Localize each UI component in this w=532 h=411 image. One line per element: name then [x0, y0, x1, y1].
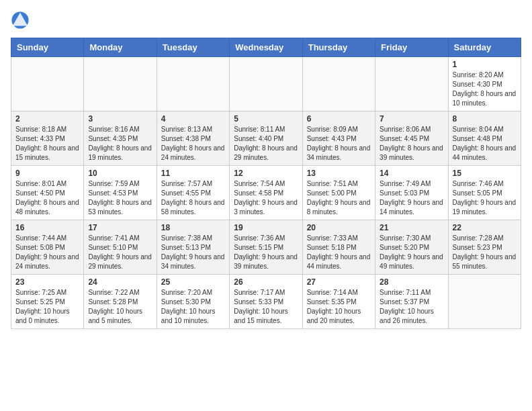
- day-info: Sunrise: 7:17 AM Sunset: 5:33 PM Dayligh…: [234, 288, 298, 326]
- day-info: Sunrise: 7:20 AM Sunset: 5:30 PM Dayligh…: [161, 288, 225, 326]
- calendar-cell: 4Sunrise: 8:13 AM Sunset: 4:38 PM Daylig…: [157, 111, 229, 166]
- day-number: 7: [380, 114, 443, 124]
- day-info: Sunrise: 7:54 AM Sunset: 4:58 PM Dayligh…: [234, 179, 298, 217]
- day-number: 25: [161, 277, 225, 287]
- calendar-cell: 19Sunrise: 7:36 AM Sunset: 5:15 PM Dayli…: [230, 220, 302, 275]
- calendar-cell: [230, 57, 302, 111]
- calendar-cell: 12Sunrise: 7:54 AM Sunset: 4:58 PM Dayli…: [230, 166, 302, 220]
- calendar-cell: 2Sunrise: 8:18 AM Sunset: 4:33 PM Daylig…: [11, 111, 84, 166]
- day-number: 6: [307, 114, 371, 124]
- day-number: 12: [234, 169, 298, 178]
- day-info: Sunrise: 7:44 AM Sunset: 5:08 PM Dayligh…: [15, 234, 79, 271]
- day-number: 5: [234, 114, 298, 124]
- logo-icon: [11, 11, 30, 30]
- calendar-cell: 24Sunrise: 7:22 AM Sunset: 5:28 PM Dayli…: [84, 275, 157, 329]
- day-info: Sunrise: 8:16 AM Sunset: 4:35 PM Dayligh…: [88, 125, 152, 163]
- calendar-cell: [302, 57, 375, 111]
- day-info: Sunrise: 7:51 AM Sunset: 5:00 PM Dayligh…: [307, 179, 371, 217]
- calendar-cell: 11Sunrise: 7:57 AM Sunset: 4:55 PM Dayli…: [157, 166, 229, 220]
- day-info: Sunrise: 7:11 AM Sunset: 5:37 PM Dayligh…: [380, 288, 443, 326]
- day-info: Sunrise: 7:49 AM Sunset: 5:03 PM Dayligh…: [380, 179, 443, 217]
- calendar-cell: 6Sunrise: 8:09 AM Sunset: 4:43 PM Daylig…: [302, 111, 375, 166]
- day-info: Sunrise: 7:22 AM Sunset: 5:28 PM Dayligh…: [88, 288, 152, 326]
- calendar-cell: [157, 57, 229, 111]
- day-number: 13: [307, 169, 371, 178]
- day-number: 2: [15, 114, 79, 124]
- calendar-week-row: 9Sunrise: 8:01 AM Sunset: 4:50 PM Daylig…: [11, 166, 521, 220]
- day-info: Sunrise: 8:01 AM Sunset: 4:50 PM Dayligh…: [15, 179, 79, 217]
- calendar-header-sunday: Sunday: [11, 38, 84, 57]
- day-info: Sunrise: 7:30 AM Sunset: 5:20 PM Dayligh…: [380, 234, 443, 271]
- calendar-cell: 8Sunrise: 8:04 AM Sunset: 4:48 PM Daylig…: [448, 111, 521, 166]
- day-number: 3: [88, 114, 152, 124]
- day-number: 19: [234, 223, 298, 232]
- day-number: 14: [380, 169, 443, 178]
- calendar-cell: 28Sunrise: 7:11 AM Sunset: 5:37 PM Dayli…: [375, 275, 448, 329]
- day-number: 8: [453, 114, 517, 124]
- day-info: Sunrise: 7:14 AM Sunset: 5:35 PM Dayligh…: [307, 288, 371, 326]
- logo: [11, 11, 31, 30]
- day-info: Sunrise: 7:46 AM Sunset: 5:05 PM Dayligh…: [453, 179, 517, 217]
- calendar-cell: 21Sunrise: 7:30 AM Sunset: 5:20 PM Dayli…: [375, 220, 448, 275]
- day-number: 16: [15, 223, 79, 232]
- day-number: 27: [307, 277, 371, 287]
- calendar-cell: [375, 57, 448, 111]
- calendar-cell: 9Sunrise: 8:01 AM Sunset: 4:50 PM Daylig…: [11, 166, 84, 220]
- calendar-week-row: 23Sunrise: 7:25 AM Sunset: 5:25 PM Dayli…: [11, 275, 521, 329]
- day-number: 20: [307, 223, 371, 232]
- calendar-table: SundayMondayTuesdayWednesdayThursdayFrid…: [11, 38, 521, 329]
- day-number: 21: [380, 223, 443, 232]
- day-info: Sunrise: 8:06 AM Sunset: 4:45 PM Dayligh…: [380, 125, 443, 163]
- calendar-cell: [448, 275, 521, 329]
- day-number: 17: [88, 223, 152, 232]
- calendar-week-row: 2Sunrise: 8:18 AM Sunset: 4:33 PM Daylig…: [11, 111, 521, 166]
- calendar-cell: 14Sunrise: 7:49 AM Sunset: 5:03 PM Dayli…: [375, 166, 448, 220]
- day-info: Sunrise: 8:09 AM Sunset: 4:43 PM Dayligh…: [307, 125, 371, 163]
- day-info: Sunrise: 8:04 AM Sunset: 4:48 PM Dayligh…: [453, 125, 517, 163]
- calendar-cell: 25Sunrise: 7:20 AM Sunset: 5:30 PM Dayli…: [157, 275, 229, 329]
- calendar-header-tuesday: Tuesday: [157, 38, 229, 57]
- calendar-cell: 3Sunrise: 8:16 AM Sunset: 4:35 PM Daylig…: [84, 111, 157, 166]
- day-number: 9: [15, 169, 79, 178]
- calendar-week-row: 1Sunrise: 8:20 AM Sunset: 4:30 PM Daylig…: [11, 57, 521, 111]
- calendar-header-monday: Monday: [84, 38, 157, 57]
- calendar-cell: 26Sunrise: 7:17 AM Sunset: 5:33 PM Dayli…: [230, 275, 302, 329]
- day-number: 4: [161, 114, 225, 124]
- day-info: Sunrise: 8:20 AM Sunset: 4:30 PM Dayligh…: [453, 71, 517, 108]
- calendar-cell: 17Sunrise: 7:41 AM Sunset: 5:10 PM Dayli…: [84, 220, 157, 275]
- day-info: Sunrise: 7:38 AM Sunset: 5:13 PM Dayligh…: [161, 234, 225, 271]
- day-info: Sunrise: 8:11 AM Sunset: 4:40 PM Dayligh…: [234, 125, 298, 163]
- calendar-week-row: 16Sunrise: 7:44 AM Sunset: 5:08 PM Dayli…: [11, 220, 521, 275]
- day-number: 15: [453, 169, 517, 178]
- calendar-cell: 7Sunrise: 8:06 AM Sunset: 4:45 PM Daylig…: [375, 111, 448, 166]
- calendar-cell: 10Sunrise: 7:59 AM Sunset: 4:53 PM Dayli…: [84, 166, 157, 220]
- calendar-cell: 16Sunrise: 7:44 AM Sunset: 5:08 PM Dayli…: [11, 220, 84, 275]
- calendar-cell: 13Sunrise: 7:51 AM Sunset: 5:00 PM Dayli…: [302, 166, 375, 220]
- day-info: Sunrise: 7:28 AM Sunset: 5:23 PM Dayligh…: [453, 234, 517, 271]
- calendar-cell: [11, 57, 84, 111]
- day-info: Sunrise: 7:57 AM Sunset: 4:55 PM Dayligh…: [161, 179, 225, 217]
- calendar-cell: 27Sunrise: 7:14 AM Sunset: 5:35 PM Dayli…: [302, 275, 375, 329]
- day-number: 1: [453, 60, 517, 69]
- day-number: 26: [234, 277, 298, 287]
- calendar-cell: 15Sunrise: 7:46 AM Sunset: 5:05 PM Dayli…: [448, 166, 521, 220]
- day-info: Sunrise: 7:59 AM Sunset: 4:53 PM Dayligh…: [88, 179, 152, 217]
- day-number: 28: [380, 277, 443, 287]
- calendar-cell: 5Sunrise: 8:11 AM Sunset: 4:40 PM Daylig…: [230, 111, 302, 166]
- day-number: 24: [88, 277, 152, 287]
- calendar-cell: 18Sunrise: 7:38 AM Sunset: 5:13 PM Dayli…: [157, 220, 229, 275]
- day-info: Sunrise: 8:18 AM Sunset: 4:33 PM Dayligh…: [15, 125, 79, 163]
- calendar-header-wednesday: Wednesday: [230, 38, 302, 57]
- day-info: Sunrise: 7:33 AM Sunset: 5:18 PM Dayligh…: [307, 234, 371, 271]
- calendar-cell: 1Sunrise: 8:20 AM Sunset: 4:30 PM Daylig…: [448, 57, 521, 111]
- day-number: 10: [88, 169, 152, 178]
- calendar-cell: 22Sunrise: 7:28 AM Sunset: 5:23 PM Dayli…: [448, 220, 521, 275]
- day-info: Sunrise: 7:36 AM Sunset: 5:15 PM Dayligh…: [234, 234, 298, 271]
- day-number: 11: [161, 169, 225, 178]
- day-info: Sunrise: 7:25 AM Sunset: 5:25 PM Dayligh…: [15, 288, 79, 326]
- calendar-cell: 20Sunrise: 7:33 AM Sunset: 5:18 PM Dayli…: [302, 220, 375, 275]
- calendar-cell: [84, 57, 157, 111]
- calendar-header-saturday: Saturday: [448, 38, 521, 57]
- day-info: Sunrise: 7:41 AM Sunset: 5:10 PM Dayligh…: [88, 234, 152, 271]
- day-number: 18: [161, 223, 225, 232]
